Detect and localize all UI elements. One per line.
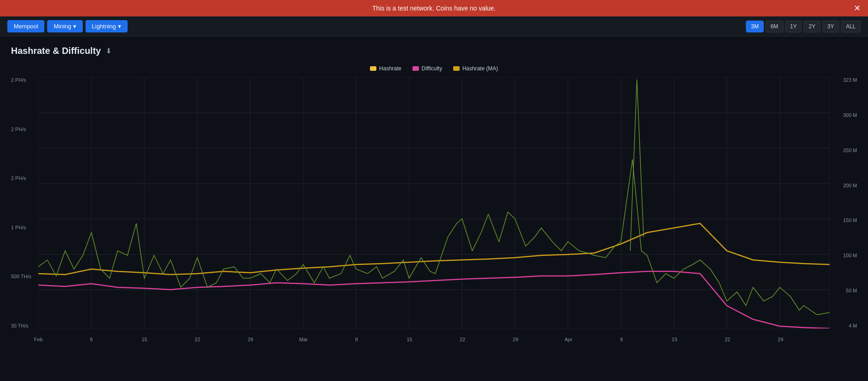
y-right-2: 250 M [843, 148, 857, 153]
x-label-15feb: 15 [142, 337, 147, 342]
x-label-8mar: 8 [355, 337, 358, 342]
y-left-1: 2 PH/s [11, 127, 38, 132]
y-left-5: 30 TH/s [11, 323, 38, 328]
x-label-29feb: 29 [248, 337, 253, 342]
y-right-1: 300 M [843, 112, 857, 118]
legend-difficulty-color [413, 66, 419, 71]
time-range-selector: 3M 6M 1Y 2Y 3Y ALL [746, 21, 861, 32]
x-label-apr: Apr [565, 337, 573, 342]
y-right-6: 50 M [846, 288, 857, 293]
alert-message: This is a test network. Coins have no va… [372, 5, 496, 12]
y-left-4: 500 TH/s [11, 274, 38, 279]
time-btn-1y[interactable]: 1Y [785, 21, 802, 32]
page-title-row: Hashrate & Difficulty ⬇ [11, 46, 857, 56]
time-btn-3y[interactable]: 3Y [822, 21, 839, 32]
chart-legend: Hashrate Difficulty Hashrate (MA) [11, 65, 857, 72]
legend-hashrate-ma: Hashrate (MA) [453, 65, 498, 72]
x-label-15mar: 15 [407, 337, 412, 342]
x-axis: Feb 8 15 22 29 Mar 8 15 22 29 Apr 8 15 2… [38, 331, 830, 342]
y-left-3: 1 PH/s [11, 225, 38, 230]
y-axis-right: 323 M 300 M 250 M 200 M 150 M 100 M 50 M… [832, 77, 857, 328]
y-left-2: 2 PH/s [11, 175, 38, 181]
nav-left: Mempool Mining ▾ Lightning ▾ [7, 20, 128, 32]
x-label-22feb: 22 [195, 337, 200, 342]
lightning-dropdown-icon: ▾ [118, 23, 121, 30]
x-label-29mar: 29 [513, 337, 518, 342]
page-title: Hashrate & Difficulty [11, 46, 101, 56]
y-axis-left: 2 PH/s 2 PH/s 2 PH/s 1 PH/s 500 TH/s 30 … [11, 77, 38, 328]
y-right-3: 200 M [843, 183, 857, 188]
difficulty-line [38, 271, 830, 328]
x-label-15apr: 15 [672, 337, 677, 342]
mining-dropdown-icon: ▾ [73, 23, 76, 30]
legend-hashrate-ma-color [453, 66, 460, 71]
x-label-8apr: 8 [620, 337, 623, 342]
y-right-7: 4 M [849, 323, 857, 328]
time-btn-6m[interactable]: 6M [766, 21, 783, 32]
lightning-button[interactable]: Lightning ▾ [86, 20, 128, 32]
x-label-feb: Feb [34, 337, 43, 342]
time-btn-3m[interactable]: 3M [746, 21, 764, 32]
time-btn-2y[interactable]: 2Y [804, 21, 820, 32]
y-right-0: 323 M [843, 77, 857, 83]
alert-close-button[interactable]: ✕ [854, 3, 861, 13]
mempool-button[interactable]: Mempool [7, 20, 44, 32]
y-left-0: 2 PH/s [11, 77, 38, 83]
x-label-8feb: 8 [90, 337, 93, 342]
legend-hashrate-color [370, 66, 376, 71]
x-label-22apr: 22 [725, 337, 730, 342]
y-right-5: 100 M [843, 253, 857, 258]
hashrate-raw-line [38, 159, 830, 315]
x-label-mar: Mar [299, 337, 308, 342]
legend-hashrate-ma-label: Hashrate (MA) [462, 65, 498, 72]
legend-difficulty: Difficulty [413, 65, 442, 72]
chart-container: Hashrate Difficulty Hashrate (MA) 2 PH/s… [11, 65, 857, 358]
download-icon[interactable]: ⬇ [106, 47, 112, 55]
navbar: Mempool Mining ▾ Lightning ▾ 3M 6M 1Y 2Y… [0, 16, 868, 37]
legend-hashrate-label: Hashrate [379, 65, 402, 72]
chart-inner [38, 77, 830, 328]
legend-difficulty-label: Difficulty [422, 65, 442, 72]
chart-area: 2 PH/s 2 PH/s 2 PH/s 1 PH/s 500 TH/s 30 … [11, 77, 857, 342]
chart-svg [38, 77, 830, 328]
x-label-22mar: 22 [460, 337, 465, 342]
time-btn-all[interactable]: ALL [841, 21, 861, 32]
x-label-29apr: 29 [778, 337, 783, 342]
hashrate-ma-line [38, 223, 830, 275]
alert-banner: This is a test network. Coins have no va… [0, 0, 868, 16]
mining-button[interactable]: Mining ▾ [47, 20, 82, 32]
page-content: Hashrate & Difficulty ⬇ Hashrate Difficu… [0, 37, 868, 367]
hashrate-spike [630, 79, 643, 251]
y-right-4: 150 M [843, 217, 857, 223]
legend-hashrate: Hashrate [370, 65, 402, 72]
